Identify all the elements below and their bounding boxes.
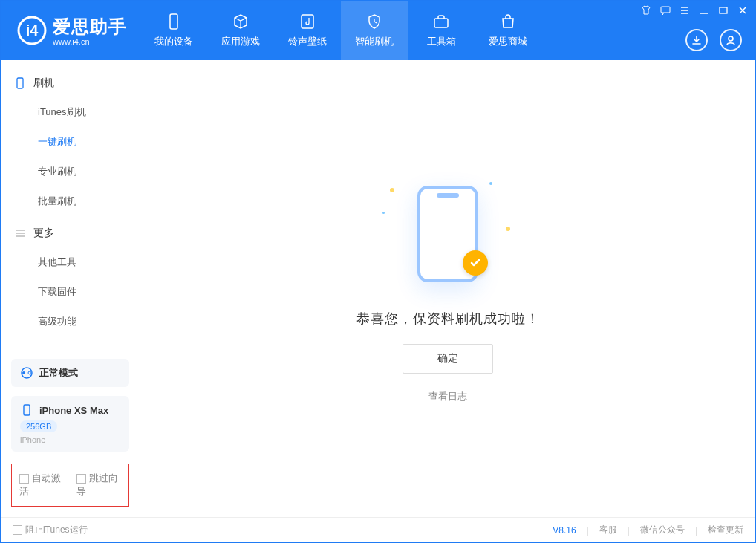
- tab-my-device[interactable]: 我的设备: [140, 1, 207, 60]
- cube-icon: [232, 13, 250, 30]
- skin-icon[interactable]: [639, 4, 653, 17]
- sidebar-item-other-tools[interactable]: 其他工具: [1, 247, 140, 277]
- header-right-icons: [685, 29, 742, 51]
- checkbox-icon: [19, 474, 29, 484]
- main-content: 恭喜您，保资料刷机成功啦！ 确定 查看日志: [140, 60, 755, 517]
- tab-label: 我的设备: [154, 35, 193, 48]
- svg-point-11: [28, 371, 31, 374]
- logo: i4 爱思助手 www.i4.cn: [1, 1, 140, 60]
- sidebar-section-more: 更多 其他工具 下载固件 高级功能: [1, 219, 140, 339]
- sidebar-header-more[interactable]: 更多: [1, 219, 140, 247]
- titlebar: i4 爱思助手 www.i4.cn 我的设备 应用游戏 铃声壁纸 智能: [1, 1, 755, 60]
- footer-link-wechat[interactable]: 微信公众号: [640, 524, 685, 536]
- checkbox-auto-activate[interactable]: 自动激活: [19, 472, 65, 498]
- sidebar-header-flash[interactable]: 刷机: [1, 69, 140, 97]
- sidebar-item-oneclick-flash[interactable]: 一键刷机: [1, 127, 140, 157]
- version-label: V8.16: [553, 525, 576, 536]
- checkbox-skip-wizard[interactable]: 跳过向导: [76, 472, 122, 498]
- tab-label: 智能刷机: [355, 35, 394, 48]
- tab-label: 铃声壁纸: [288, 35, 327, 48]
- app-window: i4 爱思助手 www.i4.cn 我的设备 应用游戏 铃声壁纸 智能: [0, 0, 756, 543]
- tab-apps-games[interactable]: 应用游戏: [207, 1, 274, 60]
- sidebar-item-download-firmware[interactable]: 下载固件: [1, 277, 140, 307]
- tab-label: 爱思商城: [489, 35, 527, 48]
- statusbar: 阻止iTunes运行 V8.16 | 客服 | 微信公众号 | 检查更新: [1, 517, 755, 542]
- menu-icon[interactable]: [678, 4, 691, 17]
- sidebar-section-flash: 刷机 iTunes刷机 一键刷机 专业刷机 批量刷机: [1, 69, 140, 219]
- device-type: iPhone: [20, 435, 120, 444]
- window-controls: [639, 4, 749, 17]
- shield-icon: [365, 13, 383, 30]
- view-log-link[interactable]: 查看日志: [428, 390, 467, 403]
- bag-icon: [499, 13, 517, 30]
- device-icon: [165, 13, 183, 30]
- footer-link-support[interactable]: 客服: [599, 524, 617, 536]
- sidebar-item-advanced[interactable]: 高级功能: [1, 307, 140, 336]
- tab-flash[interactable]: 智能刷机: [341, 1, 408, 60]
- svg-rect-6: [720, 7, 727, 13]
- svg-rect-2: [170, 14, 177, 29]
- success-badge-icon: [463, 250, 488, 276]
- device-capacity: 256GB: [20, 420, 57, 432]
- device-small-icon: [14, 77, 26, 89]
- tab-label: 工具箱: [427, 35, 456, 48]
- tab-ringtone-wallpaper[interactable]: 铃声壁纸: [274, 1, 341, 60]
- download-button[interactable]: [685, 29, 708, 51]
- svg-text:i4: i4: [26, 22, 39, 39]
- feedback-icon[interactable]: [659, 4, 672, 17]
- mode-icon: [20, 366, 33, 380]
- mode-label: 正常模式: [39, 366, 78, 380]
- checkbox-icon: [13, 525, 22, 535]
- tab-toolbox[interactable]: 工具箱: [408, 1, 475, 60]
- sidebar-item-pro-flash[interactable]: 专业刷机: [1, 157, 140, 186]
- checkbox-block-itunes[interactable]: 阻止iTunes运行: [13, 524, 88, 536]
- app-title: 爱思助手: [53, 15, 127, 39]
- success-message: 恭喜您，保资料刷机成功啦！: [356, 310, 540, 328]
- sidebar-item-itunes-flash[interactable]: iTunes刷机: [1, 97, 140, 127]
- toolbox-icon: [432, 13, 450, 30]
- svg-rect-5: [661, 7, 670, 13]
- checkbox-label: 阻止iTunes运行: [25, 524, 88, 535]
- svg-point-7: [729, 36, 733, 41]
- ok-button[interactable]: 确定: [403, 344, 493, 374]
- svg-point-10: [22, 371, 25, 374]
- nav-tabs: 我的设备 应用游戏 铃声壁纸 智能刷机 工具箱 爱思商城: [140, 1, 541, 60]
- account-button[interactable]: [720, 29, 742, 51]
- sidebar-header-label: 刷机: [33, 77, 54, 90]
- success-illustration: [381, 175, 515, 293]
- mode-card[interactable]: 正常模式: [11, 359, 129, 387]
- maximize-icon[interactable]: [717, 4, 730, 17]
- device-card[interactable]: iPhone XS Max 256GB iPhone: [11, 396, 129, 452]
- minimize-icon[interactable]: [697, 4, 711, 17]
- device-name: iPhone XS Max: [39, 405, 108, 416]
- sidebar-header-label: 更多: [33, 227, 54, 240]
- music-icon: [299, 13, 316, 30]
- footer-link-update[interactable]: 检查更新: [708, 524, 743, 536]
- svg-rect-12: [24, 405, 30, 415]
- checkbox-icon: [76, 474, 86, 484]
- auto-options-row: 自动激活 跳过向导: [11, 464, 129, 507]
- menu-small-icon: [14, 227, 26, 239]
- body: 刷机 iTunes刷机 一键刷机 专业刷机 批量刷机 更多 其他工具 下载固件 …: [1, 60, 755, 517]
- tab-label: 应用游戏: [221, 35, 260, 48]
- close-icon[interactable]: [736, 4, 749, 17]
- sidebar-item-batch-flash[interactable]: 批量刷机: [1, 186, 140, 216]
- svg-rect-8: [17, 78, 23, 88]
- app-subtitle: www.i4.cn: [53, 37, 127, 46]
- sidebar: 刷机 iTunes刷机 一键刷机 专业刷机 批量刷机 更多 其他工具 下载固件 …: [1, 60, 140, 517]
- tab-store[interactable]: 爱思商城: [475, 1, 541, 60]
- phone-icon: [20, 403, 33, 417]
- logo-icon: i4: [17, 16, 47, 45]
- svg-rect-4: [434, 19, 448, 27]
